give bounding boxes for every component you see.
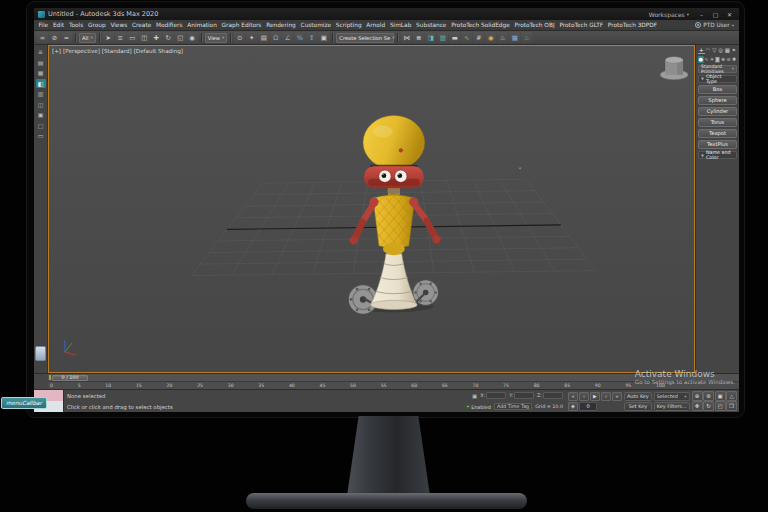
z-coordinate-field[interactable]	[543, 392, 563, 399]
layout-tab-icon[interactable]: ◫	[36, 100, 46, 109]
select-and-place-icon[interactable]: ◉	[187, 32, 198, 43]
select-and-scale-icon[interactable]: ◱	[175, 32, 186, 43]
cylinder-button[interactable]: Cylinder	[698, 107, 737, 117]
set-key-button[interactable]: Set Key	[624, 402, 652, 411]
select-by-name-icon[interactable]: ≡	[115, 32, 126, 43]
menu-prototech-obj[interactable]: ProtoTech OBJ	[512, 22, 557, 28]
curve-editor-icon[interactable]: ∿	[461, 32, 472, 43]
menu-simlab[interactable]: SimLab	[388, 22, 414, 28]
menu-create[interactable]: Create	[130, 22, 154, 28]
window-crossing-icon[interactable]: ◫	[139, 32, 150, 43]
rendered-frame-icon[interactable]: ▦	[509, 32, 520, 43]
menu-graph-editors[interactable]: Graph Editors	[219, 22, 264, 28]
key-filters-button[interactable]: Key Filters...	[654, 402, 690, 411]
menu-modifiers[interactable]: Modifiers	[154, 22, 185, 28]
layout-tab-icon[interactable]: ▤	[36, 58, 46, 67]
perspective-viewport[interactable]: [+][Perspective][Standard][Default Shadi…	[48, 45, 695, 373]
menu-group[interactable]: Group	[86, 22, 108, 28]
angle-snap-icon[interactable]: ∠	[282, 32, 293, 43]
go-to-end-button[interactable]: »	[612, 392, 622, 401]
layout-tab-icon[interactable]: ▥	[36, 89, 46, 98]
menu-file[interactable]: File	[36, 22, 50, 28]
box-button[interactable]: Box	[698, 85, 737, 95]
menu-views[interactable]: Views	[108, 22, 130, 28]
toggle-layer-explorer-icon[interactable]: ▥	[437, 32, 448, 43]
add-time-tag-field[interactable]: Add Time Tag	[494, 403, 532, 410]
orbit-icon[interactable]: ↻	[703, 401, 714, 411]
go-to-start-button[interactable]: «	[568, 392, 578, 401]
time-slider-handle[interactable]: 0 / 100	[52, 375, 88, 382]
menu-prototech-solidedge[interactable]: ProtoTech SolidEdge	[449, 22, 512, 28]
object-type-rollout[interactable]: ▼ Object Type	[698, 75, 737, 83]
systems-category-icon[interactable]: ✱	[731, 56, 737, 63]
percent-snap-icon[interactable]: %	[294, 32, 305, 43]
auto-key-button[interactable]: Auto Key	[624, 392, 652, 401]
snaps-toggle-icon[interactable]: Ω	[270, 32, 281, 43]
key-mode-toggle-icon[interactable]: ◈	[568, 402, 578, 411]
fov-icon[interactable]: △	[726, 391, 737, 401]
sphere-button[interactable]: Sphere	[698, 96, 737, 106]
select-and-move-icon[interactable]: ✚	[151, 32, 162, 43]
schematic-view-icon[interactable]: #	[473, 32, 484, 43]
scene-explorer-toggle[interactable]	[35, 346, 46, 361]
menu-substance[interactable]: Substance	[414, 22, 449, 28]
select-and-rotate-icon[interactable]: ↻	[163, 32, 174, 43]
zoom-region-icon[interactable]: ◰	[715, 401, 726, 411]
select-object-icon[interactable]: ➤	[103, 32, 114, 43]
torus-button[interactable]: Torus	[698, 118, 737, 128]
pan-icon[interactable]: ✥	[692, 401, 703, 411]
menu-scripting[interactable]: Scripting	[333, 22, 364, 28]
mirror-icon[interactable]: ⋈	[401, 32, 412, 43]
current-frame-field[interactable]: 0	[579, 402, 597, 411]
edit-named-selections-icon[interactable]: ▣	[318, 32, 329, 43]
align-icon[interactable]: ≣	[413, 32, 424, 43]
zoom-all-icon[interactable]: ⊛	[703, 391, 714, 401]
reference-coordinate-dropdown[interactable]: View ▾	[205, 33, 228, 43]
layout-tab-icon[interactable]: ▣	[36, 110, 46, 119]
render-setup-icon[interactable]: ♨	[497, 32, 508, 43]
x-coordinate-field[interactable]	[486, 392, 506, 399]
play-button[interactable]: ▶	[590, 392, 600, 401]
progressive-display-toggle[interactable]: Enabled	[466, 404, 491, 410]
viewport-pov-menu[interactable]: [Perspective]	[63, 48, 100, 54]
primitives-dropdown[interactable]: Standard Primitives ▾	[698, 65, 737, 73]
teapot-button[interactable]: Teapot	[698, 129, 737, 139]
toggle-scene-explorer-icon[interactable]: ◨	[425, 32, 436, 43]
maximize-viewport-icon[interactable]: ❒	[726, 401, 737, 411]
selection-region-icon[interactable]: ▭	[127, 32, 138, 43]
toggle-ribbon-icon[interactable]: ▬	[449, 32, 460, 43]
selection-lock-icon[interactable]: ▣	[472, 393, 477, 399]
menu-arnold[interactable]: Arnold	[364, 22, 388, 28]
menu-customize[interactable]: Customize	[298, 22, 333, 28]
keyboard-override-icon[interactable]: ▤	[258, 32, 269, 43]
spinner-snap-icon[interactable]: ↕	[306, 32, 317, 43]
select-and-manipulate-icon[interactable]: ✦	[246, 32, 257, 43]
user-account-button[interactable]: PTD User ▾	[695, 22, 734, 28]
textplus-button[interactable]: TextPlus	[698, 140, 737, 150]
menu-tools[interactable]: Tools	[67, 22, 86, 28]
named-selection-sets-field[interactable]: Create Selection Se ▾	[336, 33, 394, 43]
maximize-button[interactable]: ▢	[710, 11, 721, 18]
minimize-button[interactable]: –	[696, 11, 707, 18]
next-frame-button[interactable]: ›	[601, 392, 611, 401]
previous-frame-button[interactable]: ‹	[579, 392, 589, 401]
use-pivot-center-icon[interactable]: ⊙	[234, 32, 245, 43]
unlink-selection-icon[interactable]: ⊘	[49, 32, 60, 43]
toolbar-grip-icon[interactable]: ≡	[36, 47, 46, 56]
viewport-canvas[interactable]	[49, 46, 694, 372]
zoom-extents-icon[interactable]: ▣	[715, 391, 726, 401]
material-editor-icon[interactable]: ◉	[485, 32, 496, 43]
key-set-dropdown[interactable]: Selected ▾	[654, 392, 690, 401]
track-bar[interactable]: 0510152025303540455055606570758085909510…	[48, 382, 739, 390]
selection-filter-dropdown[interactable]: All ▾	[79, 33, 96, 43]
viewport-shading-menu[interactable]: [Default Shading]	[134, 48, 183, 54]
zoom-icon[interactable]: ⊕	[692, 391, 703, 401]
menu-animation[interactable]: Animation	[185, 22, 219, 28]
time-slider-track[interactable]: 0 / 100	[48, 374, 739, 382]
y-coordinate-field[interactable]	[514, 392, 534, 399]
workspaces-dropdown[interactable]: Workspaces ▾	[649, 11, 689, 18]
viewport-general-menu[interactable]: [+]	[52, 48, 61, 54]
bind-to-space-warp-icon[interactable]: ≈	[61, 32, 72, 43]
menu-rendering[interactable]: Rendering	[264, 22, 298, 28]
layout-tab-icon[interactable]: ◧	[36, 79, 46, 88]
